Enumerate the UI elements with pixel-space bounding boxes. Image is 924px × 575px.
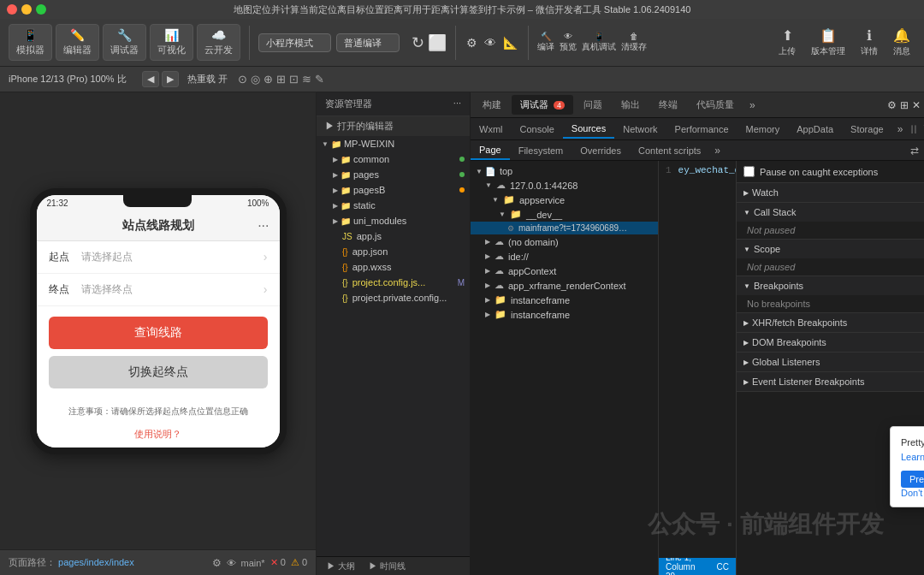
simulator-button[interactable]: 📱 模拟器 [9,24,52,61]
file-app-json[interactable]: {} app.json [317,244,470,259]
upload-button[interactable]: ⬆ 上传 [773,24,801,61]
global-listeners-header[interactable]: ▶ Global Listeners [737,353,924,371]
inner-tab-network[interactable]: Network [614,121,666,138]
subtab-filesystem[interactable]: Filesystem [510,142,572,159]
version-manage-button[interactable]: 📋 版本管理 [806,24,850,61]
file-pages[interactable]: ▶ 📁 pages [317,167,470,182]
subtab-content-scripts[interactable]: Content scripts [630,142,709,159]
devtools-tabs-more[interactable]: » [744,99,761,111]
stop-icon[interactable]: ⬜ [428,33,447,52]
file-common[interactable]: ▶ 📁 common [317,151,470,167]
inner-tab-memory[interactable]: Memory [737,121,789,138]
tab-build[interactable]: 构建 [474,95,510,115]
switch-button[interactable]: 切换起终点 [49,356,268,388]
nav-icon-3[interactable]: ⊕ [264,73,273,86]
inner-tabs-more[interactable]: » [892,123,909,135]
dom-header[interactable]: ▶ DOM Breakpoints [737,333,924,352]
inner-tab-wxml[interactable]: Wxml [471,121,512,138]
file-static[interactable]: ▶ 📁 static [317,198,470,213]
file-uni-modules[interactable]: ▶ 📁 uni_modules [317,213,470,228]
close-button[interactable] [7,4,17,15]
file-pagesb[interactable]: ▶ 📁 pagesB [317,182,470,198]
dont-show-button[interactable]: Don't show again [901,488,924,498]
devtools-close-icon[interactable]: ✕ [912,99,921,111]
pause-exceptions-row[interactable]: Pause on caught exceptions [737,161,924,182]
tab-issues[interactable]: 问题 [575,95,611,115]
source-instance1[interactable]: ▶ 📁 instanceframe [471,293,658,307]
tool-icon-1[interactable]: ⚙ [465,34,479,51]
debug-pause-icon[interactable]: ⏸ [908,122,920,136]
forward-button[interactable]: ▶ [162,71,179,87]
minimize-button[interactable] [21,4,32,15]
nav-icon-5[interactable]: ⊡ [289,73,299,86]
preview-btn[interactable]: 👁 预览 [560,32,577,53]
tab-terminal[interactable]: 终端 [650,95,686,115]
popup-learn-more-link[interactable]: Learn more [901,452,924,462]
devtools-dock-icon[interactable]: ⊞ [900,99,909,111]
source-top[interactable]: ▼ 📄 top [471,164,658,178]
file-app-js[interactable]: JS app.js [317,228,470,244]
details-button[interactable]: ℹ 详情 [856,24,883,61]
subtab-overrides[interactable]: Overrides [572,142,630,159]
source-dev[interactable]: ▼ 📁 __dev__ [471,207,658,222]
pretty-print-button[interactable]: Pretty-print [901,471,924,488]
messages-button[interactable]: 🔔 消息 [888,24,915,61]
source-127[interactable]: ▼ ☁ 127.0.0.1:44268 [471,178,658,193]
phone-start-row[interactable]: 起点 请选择起点 › [37,241,280,274]
tab-output[interactable]: 输出 [613,95,649,115]
tab-debugger[interactable]: 调试器 4 [512,95,573,115]
source-xrframe[interactable]: ▶ ☁ app_xrframe_renderContext [471,278,658,293]
breakpoints-header[interactable]: ▼ Breakpoints [737,276,924,295]
inner-tab-console[interactable]: Console [512,121,563,138]
file-project-config[interactable]: {} project.config.js... M [317,275,470,290]
source-sync-icon[interactable]: ⇄ [905,145,924,157]
tab-quality[interactable]: 代码质量 [688,95,743,115]
source-instance2[interactable]: ▶ 📁 instanceframe [471,307,658,322]
devtools-settings-icon[interactable]: ⚙ [887,99,897,111]
subtabs-more[interactable]: » [709,145,726,157]
subtab-page[interactable]: Page [471,141,510,160]
inner-tab-performance[interactable]: Performance [666,121,737,138]
phone-end-row[interactable]: 终点 请选择终点 › [37,274,280,306]
outline-tab[interactable]: ▶ 大纲 [322,559,360,574]
editor-button[interactable]: ✏️ 编辑器 [56,24,99,61]
timeline-tab[interactable]: ▶ 时间线 [364,559,411,574]
phone-menu-dots[interactable]: ··· [258,218,269,234]
clear-cache-btn[interactable]: 🗑 清缓存 [621,32,647,53]
file-panel-more-icon[interactable]: ··· [453,98,461,110]
mode-select[interactable]: 小程序模式 [258,33,331,52]
tool-icon-2[interactable]: 👁 [483,34,498,51]
back-button[interactable]: ◀ [142,71,159,87]
source-mainframe[interactable]: ⚙ mainframe?t=17349606891658cts=17349606… [471,222,658,234]
watch-header[interactable]: ▶ Watch [737,183,924,202]
tool-icon-3[interactable]: 📐 [501,34,519,51]
file-project-private[interactable]: {} project.private.config... [317,290,470,305]
refresh-icon[interactable]: ↻ [412,33,424,52]
xhr-header[interactable]: ▶ XHR/fetch Breakpoints [737,313,924,332]
open-editors-header[interactable]: ▶ 打开的编辑器 [317,116,470,136]
real-test-btn[interactable]: 📱 真机调试 [582,32,616,53]
call-stack-header[interactable]: ▼ Call Stack [737,203,924,222]
inner-tab-sources[interactable]: Sources [563,120,614,139]
file-app-wxss[interactable]: {} app.wxss [317,259,470,275]
nav-icon-1[interactable]: ⊙ [238,73,247,86]
source-no-domain[interactable]: ▶ ☁ (no domain) [471,234,658,249]
phone-link[interactable]: 使用说明？ [37,424,280,448]
hot-reload[interactable]: 热重载 开 [187,73,228,86]
settings-icon[interactable]: ⚙ [212,557,222,569]
pause-exceptions-checkbox[interactable] [743,166,755,177]
project-root[interactable]: ▼ 📁 MP-WEIXIN [317,136,470,151]
inner-tab-appdata[interactable]: AppData [788,121,842,138]
source-appcontext[interactable]: ▶ ☁ appContext [471,264,658,278]
maximize-button[interactable] [36,4,46,15]
nav-icon-2[interactable]: ◎ [251,73,260,86]
query-route-button[interactable]: 查询线路 [49,317,268,349]
event-listener-header[interactable]: ▶ Event Listener Breakpoints [737,372,924,391]
inner-tab-storage[interactable]: Storage [842,121,892,138]
nav-icon-4[interactable]: ⊞ [276,73,286,86]
source-appservice[interactable]: ▼ 📁 appservice [471,193,658,207]
nav-icon-7[interactable]: ✎ [315,73,324,86]
nav-icon-6[interactable]: ≋ [302,73,311,86]
cloud-button[interactable]: ☁️ 云开发 [197,24,240,61]
compile-btn[interactable]: 🔨 编译 [537,32,554,53]
